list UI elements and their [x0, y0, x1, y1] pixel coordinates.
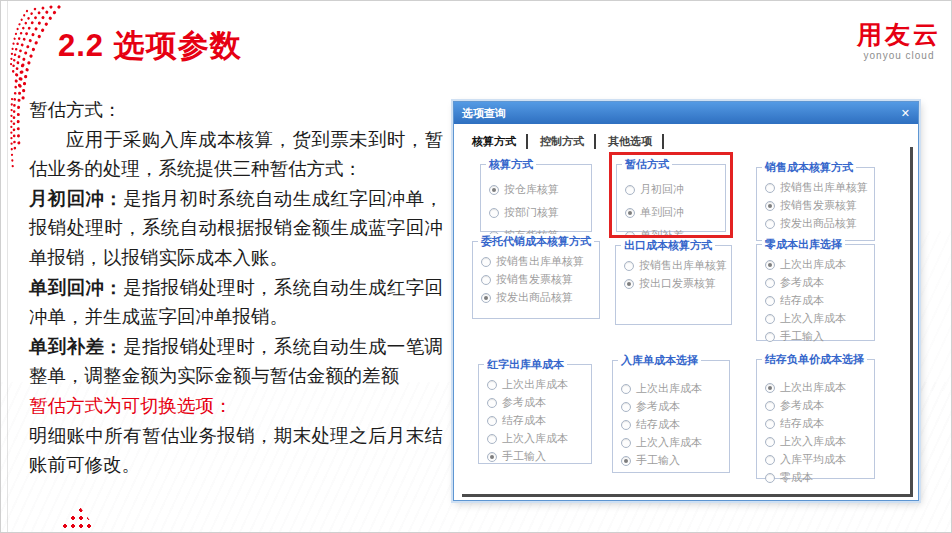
radio-label: 按部门核算	[504, 205, 559, 220]
radio-icon[interactable]	[765, 219, 775, 229]
body-paragraph: 暂估方式：	[29, 95, 443, 125]
radio-icon[interactable]	[624, 279, 634, 289]
radio-label: 按出口发票核算	[639, 276, 716, 291]
radio-option[interactable]: 上次入库成本	[487, 431, 588, 446]
scrollbar-horizontal[interactable]	[462, 494, 913, 497]
radio-label: 结存成本	[780, 416, 824, 431]
radio-option[interactable]: 按销售发票核算	[765, 198, 871, 213]
radio-icon[interactable]	[765, 260, 775, 270]
radio-label: 手工输入	[636, 453, 680, 468]
radio-option[interactable]: 按仓库核算	[489, 182, 588, 197]
group-consignment-cost-method: 委托代销成本核算方式 按销售出库单核算按销售发票核算按发出商品核算	[472, 241, 600, 319]
scrollbar-vertical[interactable]	[910, 147, 913, 497]
radio-icon[interactable]	[621, 438, 631, 448]
radio-icon[interactable]	[765, 401, 775, 411]
radio-icon[interactable]	[621, 402, 631, 412]
radio-icon[interactable]	[487, 416, 497, 426]
dialog-titlebar[interactable]: 选项查询 ✕	[454, 102, 918, 124]
tab-control-method[interactable]: 控制方式	[538, 132, 590, 151]
radio-icon[interactable]	[765, 278, 775, 288]
radio-option[interactable]: 按销售出库单核算	[624, 258, 728, 273]
radio-option[interactable]: 按销售出库单核算	[765, 180, 871, 195]
tab-separator	[526, 134, 528, 149]
radio-option[interactable]: 上次出库成本	[487, 377, 588, 392]
radio-label: 手工输入	[780, 329, 824, 344]
radio-option[interactable]: 参考成本	[765, 398, 871, 413]
radio-icon[interactable]	[765, 332, 775, 342]
radio-label: 上次出库成本	[780, 257, 846, 272]
radio-option[interactable]: 参考成本	[765, 275, 871, 290]
radio-icon[interactable]	[765, 455, 775, 465]
page-title: 2.2 选项参数	[58, 25, 242, 67]
radio-icon[interactable]	[487, 398, 497, 408]
radio-icon[interactable]	[625, 208, 635, 218]
radio-option[interactable]: 月初回冲	[625, 182, 722, 197]
radio-icon[interactable]	[765, 314, 775, 324]
radio-icon[interactable]	[481, 293, 491, 303]
radio-icon[interactable]	[621, 384, 631, 394]
radio-option[interactable]: 按出口发票核算	[624, 276, 728, 291]
radio-option[interactable]: 按部门核算	[489, 205, 588, 220]
radio-option[interactable]: 入库平均成本	[765, 452, 871, 467]
radio-option[interactable]: 按销售出库单核算	[481, 254, 596, 269]
radio-option[interactable]: 结存成本	[487, 413, 588, 428]
radio-icon[interactable]	[487, 380, 497, 390]
radio-label: 上次出库成本	[502, 377, 568, 392]
tab-separator	[594, 134, 596, 149]
radio-option[interactable]: 参考成本	[621, 399, 726, 414]
radio-icon[interactable]	[765, 296, 775, 306]
radio-icon[interactable]	[765, 473, 775, 483]
group-red-outbound-cost: 红字出库单成本 上次出库成本参考成本结存成本上次入库成本手工输入	[478, 364, 592, 464]
group-negative-balance-cost-select: 结存负单价成本选择 上次出库成本参考成本结存成本上次入库成本入库平均成本零成本	[756, 359, 875, 479]
radio-icon[interactable]	[487, 434, 497, 444]
radio-icon[interactable]	[481, 257, 491, 267]
radio-option[interactable]: 手工输入	[765, 329, 871, 344]
radio-option[interactable]: 参考成本	[487, 395, 588, 410]
tab-accounting-method[interactable]: 核算方式	[470, 132, 522, 151]
radio-option[interactable]: 上次出库成本	[765, 380, 871, 395]
radio-option[interactable]: 按销售发票核算	[481, 272, 596, 287]
radio-option[interactable]: 手工输入	[487, 449, 588, 464]
radio-label: 上次入库成本	[502, 431, 568, 446]
radio-option[interactable]: 零成本	[765, 470, 871, 485]
radio-icon[interactable]	[621, 456, 631, 466]
radio-icon[interactable]	[765, 383, 775, 393]
radio-option[interactable]: 手工输入	[621, 453, 726, 468]
options-dialog: 选项查询 ✕ 核算方式 控制方式 其他选项 核算方式 按仓库核算按部门核算按存货…	[453, 101, 919, 501]
radio-option[interactable]: 结存成本	[765, 416, 871, 431]
radio-option[interactable]: 结存成本	[765, 293, 871, 308]
radio-icon[interactable]	[624, 261, 634, 271]
radio-option[interactable]: 单到回冲	[625, 205, 722, 220]
radio-option[interactable]: 上次入库成本	[765, 311, 871, 326]
dotted-corner-decoration	[53, 506, 101, 533]
radio-label: 参考成本	[780, 398, 824, 413]
tab-other-options[interactable]: 其他选项	[606, 132, 658, 151]
group-inbound-cost-select: 入库单成本选择 上次出库成本参考成本结存成本上次入库成本手工输入	[612, 360, 730, 473]
radio-option[interactable]: 上次入库成本	[621, 435, 726, 450]
radio-option[interactable]: 按发出商品核算	[765, 216, 871, 231]
radio-option[interactable]: 按发出商品核算	[481, 290, 596, 305]
radio-icon[interactable]	[765, 437, 775, 447]
radio-icon[interactable]	[489, 208, 499, 218]
radio-icon[interactable]	[625, 185, 635, 195]
radio-option[interactable]: 上次入库成本	[765, 434, 871, 449]
radio-icon[interactable]	[489, 185, 499, 195]
radio-icon[interactable]	[487, 452, 497, 462]
radio-label: 上次出库成本	[780, 380, 846, 395]
radio-icon[interactable]	[621, 420, 631, 430]
tab-separator	[662, 134, 664, 149]
radio-option[interactable]: 上次出库成本	[621, 381, 726, 396]
dialog-title: 选项查询	[462, 106, 506, 121]
body-paragraph: 单到补差：是指报销处理时，系统自动生成一笔调整单，调整金额为实际金额与暂估金额的…	[29, 332, 443, 391]
radio-label: 按销售出库单核算	[639, 258, 727, 273]
radio-label: 结存成本	[780, 293, 824, 308]
radio-icon[interactable]	[765, 201, 775, 211]
radio-option[interactable]: 结存成本	[621, 417, 726, 432]
radio-option[interactable]: 上次出库成本	[765, 257, 871, 272]
radio-icon[interactable]	[765, 419, 775, 429]
radio-icon[interactable]	[481, 275, 491, 285]
radio-label: 参考成本	[502, 395, 546, 410]
close-icon[interactable]: ✕	[901, 108, 910, 119]
radio-label: 上次入库成本	[636, 435, 702, 450]
radio-icon[interactable]	[765, 183, 775, 193]
